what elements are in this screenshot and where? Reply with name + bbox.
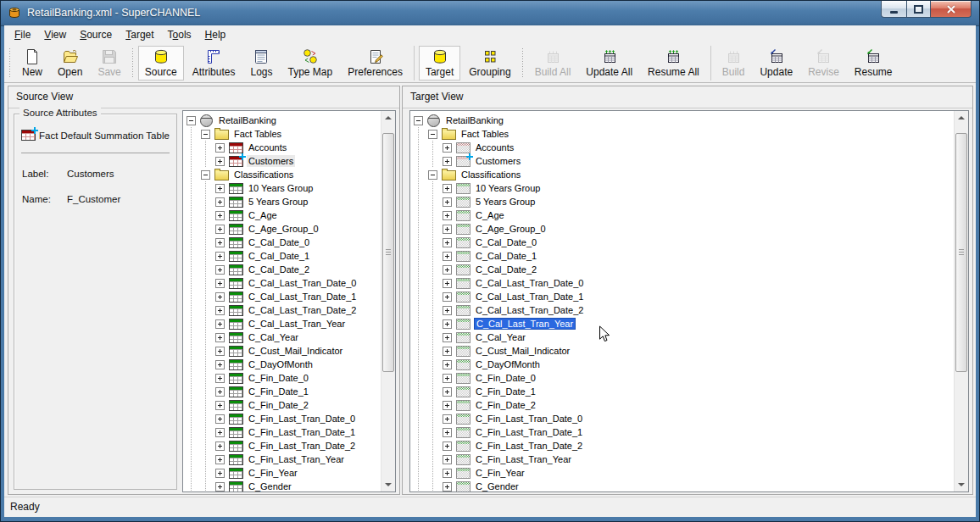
expand-icon[interactable] [443, 469, 452, 478]
tree-item-c-gender[interactable]: C_Gender [183, 480, 381, 491]
expand-icon[interactable] [215, 469, 225, 478]
tree-item-c-cal-year[interactable]: C_Cal_Year [183, 330, 381, 344]
expand-icon[interactable] [215, 319, 225, 329]
tree-item-c-cust-mail-indicator[interactable]: C_Cust_Mail_Indicator [410, 344, 954, 358]
scroll-up-button[interactable] [955, 111, 968, 125]
tree-item-fact-tables[interactable]: Fact Tables [183, 127, 381, 141]
tree-item-c-cal-date-1[interactable]: C_Cal_Date_1 [410, 249, 954, 263]
expand-icon[interactable] [443, 184, 452, 193]
toolbar-grouping-button[interactable]: Grouping [462, 46, 517, 81]
toolbar-target-button[interactable]: Target [419, 46, 460, 81]
tree-item-c-fin-last-tran-date-2[interactable]: C_Fin_Last_Tran_Date_2 [410, 439, 954, 453]
expand-icon[interactable] [215, 252, 225, 261]
tree-item-c-fin-year[interactable]: C_Fin_Year [183, 466, 381, 480]
tree-item-5-years-group[interactable]: 5 Years Group [183, 195, 381, 208]
expand-icon[interactable] [215, 279, 225, 288]
tree-item-customers[interactable]: Customers [183, 154, 381, 168]
expand-icon[interactable] [215, 360, 225, 369]
menu-tools[interactable]: Tools [161, 26, 198, 43]
expand-icon[interactable] [443, 428, 452, 437]
expand-icon[interactable] [443, 347, 452, 356]
expand-icon[interactable] [443, 455, 452, 464]
tree-item-c-age-group-0[interactable]: C_Age_Group_0 [410, 222, 954, 236]
expand-icon[interactable] [215, 455, 225, 464]
scrollbar-thumb[interactable] [382, 133, 394, 372]
tree-item-5-years-group[interactable]: 5 Years Group [410, 195, 954, 208]
tree-item-c-fin-date-2[interactable]: C_Fin_Date_2 [183, 398, 381, 412]
toolbar-attributes-button[interactable]: Attributes [186, 46, 242, 81]
tree-item-c-age-group-0[interactable]: C_Age_Group_0 [183, 222, 381, 236]
tree-item-c-fin-last-tran-year[interactable]: C_Fin_Last_Tran_Year [183, 453, 381, 466]
tree-item-c-fin-date-1[interactable]: C_Fin_Date_1 [410, 385, 954, 398]
expand-icon[interactable] [215, 292, 225, 302]
tree-item-c-age[interactable]: C_Age [183, 208, 381, 222]
restore-button[interactable] [907, 1, 931, 18]
fact-default-summation-table-button[interactable]: Fact Default Summation Table [21, 130, 176, 141]
tree-item-c-fin-last-tran-date-1[interactable]: C_Fin_Last_Tran_Date_1 [410, 425, 954, 439]
collapse-icon[interactable] [414, 116, 423, 125]
expand-icon[interactable] [443, 401, 452, 410]
expand-icon[interactable] [215, 347, 225, 356]
tree-item-c-cal-date-0[interactable]: C_Cal_Date_0 [410, 236, 954, 249]
collapse-icon[interactable] [201, 170, 210, 180]
expand-icon[interactable] [443, 414, 452, 424]
toolbar-build-all-button[interactable]: Build All [528, 46, 578, 81]
expand-icon[interactable] [215, 225, 225, 234]
tree-item-c-cal-last-tran-date-2[interactable]: C_Cal_Last_Tran_Date_2 [410, 303, 954, 317]
expand-icon[interactable] [443, 225, 452, 234]
expand-icon[interactable] [443, 319, 452, 329]
collapse-icon[interactable] [187, 116, 196, 125]
expand-icon[interactable] [443, 482, 452, 491]
tree-item-accounts[interactable]: Accounts [183, 141, 381, 154]
target-vertical-scrollbar[interactable] [954, 111, 968, 491]
expand-icon[interactable] [443, 197, 452, 207]
tree-item-c-dayofmonth[interactable]: C_DayOfMonth [410, 358, 954, 371]
expand-icon[interactable] [215, 441, 225, 451]
collapse-icon[interactable] [428, 170, 437, 180]
tree-item-retailbanking[interactable]: RetailBanking [183, 114, 381, 127]
toolbar-update-all-button[interactable]: Update All [579, 46, 639, 81]
expand-icon[interactable] [215, 428, 225, 437]
tree-item-c-cal-last-tran-date-1[interactable]: C_Cal_Last_Tran_Date_1 [410, 290, 954, 303]
tree-item-c-fin-last-tran-date-0[interactable]: C_Fin_Last_Tran_Date_0 [183, 412, 381, 425]
title-bar[interactable]: RetailBanking.xml - SuperCHANNEL [1, 1, 979, 26]
minimize-button[interactable] [881, 1, 907, 18]
toolbar-save-button[interactable]: Save [91, 46, 127, 81]
tree-item-c-cal-last-tran-date-2[interactable]: C_Cal_Last_Tran_Date_2 [183, 303, 381, 317]
toolbar-revise-button[interactable]: Revise [801, 46, 846, 81]
expand-icon[interactable] [215, 306, 225, 315]
expand-icon[interactable] [443, 265, 452, 275]
tree-item-accounts[interactable]: Accounts [410, 141, 954, 154]
tree-item-c-fin-date-1[interactable]: C_Fin_Date_1 [183, 385, 381, 398]
expand-icon[interactable] [443, 374, 452, 383]
toolbar-source-button[interactable]: Source [138, 46, 184, 81]
expand-icon[interactable] [215, 265, 225, 275]
tree-item-classifications[interactable]: Classifications [183, 168, 381, 181]
expand-icon[interactable] [215, 143, 225, 153]
toolbar-update-button[interactable]: Update [753, 46, 799, 81]
menu-source[interactable]: Source [73, 26, 119, 43]
tree-item-c-fin-last-tran-date-2[interactable]: C_Fin_Last_Tran_Date_2 [183, 439, 381, 453]
tree-item-10-years-group[interactable]: 10 Years Group [410, 181, 954, 195]
tree-item-c-cal-last-tran-year[interactable]: C_Cal_Last_Tran_Year [410, 317, 954, 330]
tree-item-retailbanking[interactable]: RetailBanking [410, 114, 954, 127]
expand-icon[interactable] [215, 197, 225, 207]
expand-icon[interactable] [215, 157, 225, 166]
expand-icon[interactable] [215, 211, 225, 220]
close-button[interactable] [931, 1, 972, 18]
tree-item-c-fin-date-0[interactable]: C_Fin_Date_0 [410, 371, 954, 385]
expand-icon[interactable] [443, 238, 452, 247]
scroll-down-button[interactable] [955, 478, 968, 491]
toolbar-build-button[interactable]: Build [716, 46, 752, 81]
collapse-icon[interactable] [201, 130, 210, 139]
tree-item-fact-tables[interactable]: Fact Tables [410, 127, 954, 141]
tree-item-c-cal-year[interactable]: C_Cal_Year [410, 330, 954, 344]
menu-target[interactable]: Target [119, 26, 160, 43]
menu-file[interactable]: File [8, 26, 37, 43]
tree-item-c-cal-date-2[interactable]: C_Cal_Date_2 [410, 263, 954, 276]
expand-icon[interactable] [215, 401, 225, 410]
source-vertical-scrollbar[interactable] [381, 111, 395, 491]
expand-icon[interactable] [443, 441, 452, 451]
tree-item-c-fin-year[interactable]: C_Fin_Year [410, 466, 954, 480]
expand-icon[interactable] [443, 252, 452, 261]
